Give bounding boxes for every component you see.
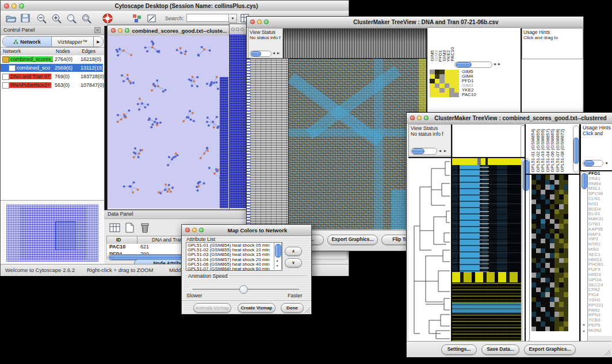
- heatmap-cell[interactable]: [545, 253, 550, 258]
- heatmap-cell[interactable]: [545, 219, 550, 224]
- heatmap-cell[interactable]: [559, 190, 564, 195]
- heatmap-cell[interactable]: [449, 88, 454, 93]
- heatmap-cell[interactable]: [545, 317, 550, 322]
- heatmap-cell[interactable]: [554, 321, 559, 327]
- heatmap-cell[interactable]: [541, 194, 545, 200]
- save-data-button[interactable]: Save Data...: [481, 344, 519, 355]
- search-dropdown-icon[interactable]: ▼: [228, 14, 237, 23]
- heatmap-cell[interactable]: [541, 292, 545, 297]
- heatmap-cell[interactable]: [550, 239, 554, 244]
- scroll-left-icon[interactable]: ◀: [604, 161, 609, 165]
- close-icon[interactable]: [4, 3, 9, 9]
- heatmap-cell[interactable]: [564, 317, 568, 322]
- heatmap-cell[interactable]: [439, 74, 445, 79]
- heatmap-cell[interactable]: [554, 288, 559, 293]
- col-nodes[interactable]: Nodes: [56, 48, 70, 54]
- heatmap-cell[interactable]: [536, 204, 541, 209]
- heatmap-cell[interactable]: [554, 268, 559, 273]
- resize-grip-icon[interactable]: [603, 348, 611, 356]
- tab-vizmapper[interactable]: VizMapper™: [52, 37, 94, 47]
- heatmap-cell[interactable]: [536, 258, 541, 263]
- attribute-list-item[interactable]: GPL51-02 (GSM855) heat shock 10 min: [188, 248, 273, 252]
- heatmap-cell[interactable]: [550, 317, 554, 322]
- heatmap-cell[interactable]: [454, 79, 460, 83]
- heatmap-cell[interactable]: [430, 88, 435, 93]
- heatmap-cell[interactable]: [531, 233, 536, 239]
- heatmap-cell[interactable]: [435, 74, 440, 79]
- network-canvas[interactable]: [108, 36, 228, 208]
- heatmap-cell[interactable]: [559, 258, 564, 263]
- heatmap-cell[interactable]: [550, 200, 554, 205]
- window-controls[interactable]: [4, 3, 24, 9]
- heatmap-cell[interactable]: [531, 312, 536, 317]
- heatmap-cell[interactable]: [559, 307, 564, 312]
- heatmap-cell[interactable]: [559, 229, 564, 234]
- resize-grip-icon[interactable]: [304, 307, 311, 313]
- zoom-selected-icon[interactable]: [81, 13, 93, 24]
- close-icon[interactable]: [231, 28, 235, 31]
- move-down-button[interactable]: ∨: [285, 258, 302, 267]
- heatmap-cell[interactable]: [545, 248, 550, 254]
- heatmap-cell[interactable]: [541, 204, 545, 209]
- heatmap-cell[interactable]: [559, 219, 564, 224]
- heatmap-cell[interactable]: [545, 185, 550, 190]
- minimize-icon[interactable]: [417, 116, 422, 120]
- minimize-icon[interactable]: [12, 3, 17, 9]
- row-dendrogram[interactable]: [408, 158, 451, 341]
- scroll-right-icon[interactable]: ▶: [497, 62, 502, 66]
- heatmap-cell[interactable]: [559, 180, 564, 185]
- heatmap-cell[interactable]: [541, 312, 545, 317]
- heatmap-cell[interactable]: [536, 253, 541, 258]
- heatmap-cell[interactable]: [564, 248, 568, 254]
- heatmap-cell[interactable]: [541, 273, 545, 278]
- heatmap-cell[interactable]: [439, 88, 445, 93]
- heatmap-cell[interactable]: [545, 258, 550, 263]
- heatmap-cell[interactable]: [536, 321, 541, 327]
- zoom-window-icon[interactable]: [264, 20, 269, 24]
- heatmap-cell[interactable]: [564, 180, 568, 185]
- treeview-dna-titlebar[interactable]: ClusterMaker TreeView : DNA and Tran 07-…: [247, 17, 583, 28]
- heatmap-cell[interactable]: [536, 175, 541, 180]
- settings-button[interactable]: Settings...: [441, 344, 477, 355]
- heatmap-cell[interactable]: [550, 297, 554, 302]
- heatmap-cell[interactable]: [545, 312, 550, 317]
- heatmap-cell[interactable]: [541, 268, 545, 273]
- heatmap-cell[interactable]: [554, 312, 559, 317]
- heatmap-cell[interactable]: [554, 302, 559, 307]
- heatmap-cell[interactable]: [435, 88, 440, 93]
- zoom-heatmap[interactable]: [531, 175, 568, 331]
- attribute-list-item[interactable]: GPL51-04 (GSM857) heat shock 20 min: [188, 258, 273, 262]
- heatmap-cell[interactable]: [541, 214, 545, 219]
- heatmap-cell[interactable]: [550, 248, 554, 254]
- heatmap-cell[interactable]: [559, 200, 564, 205]
- heatmap-cell[interactable]: [564, 185, 568, 190]
- heatmap-cell[interactable]: [550, 321, 554, 327]
- heatmap-cell[interactable]: [531, 282, 536, 288]
- heatmap-cell[interactable]: [454, 88, 460, 93]
- heatmap-cell[interactable]: [536, 327, 541, 332]
- annotation-icon[interactable]: [147, 13, 157, 24]
- heatmap-cell[interactable]: [536, 239, 541, 244]
- heatmap-cell[interactable]: [531, 190, 536, 195]
- heatmap-cell[interactable]: [531, 209, 536, 214]
- heatmap-cell[interactable]: [531, 180, 536, 185]
- heatmap-cell[interactable]: [536, 209, 541, 214]
- heatmap-cell[interactable]: [531, 239, 536, 244]
- heatmap-cell[interactable]: [449, 93, 454, 97]
- heatmap-cell[interactable]: [564, 288, 568, 293]
- usage-hints-scrollbar[interactable]: [583, 160, 603, 167]
- heatmap-cell[interactable]: [536, 307, 541, 312]
- heatmap-cell[interactable]: [545, 278, 550, 283]
- heatmap-cell[interactable]: [541, 209, 545, 214]
- close-icon[interactable]: [111, 28, 116, 33]
- heatmap-cell[interactable]: [439, 79, 445, 83]
- heatmap-cell[interactable]: [531, 214, 536, 219]
- heatmap-cell[interactable]: [541, 248, 545, 254]
- heatmap-cell[interactable]: [559, 233, 564, 239]
- heatmap-cell[interactable]: [545, 288, 550, 293]
- heatmap-cell[interactable]: [564, 327, 568, 332]
- heatmap-cell[interactable]: [550, 268, 554, 273]
- heatmap-cell[interactable]: [545, 204, 550, 209]
- heatmap-cell[interactable]: [554, 204, 559, 209]
- heatmap-cell[interactable]: [554, 307, 559, 312]
